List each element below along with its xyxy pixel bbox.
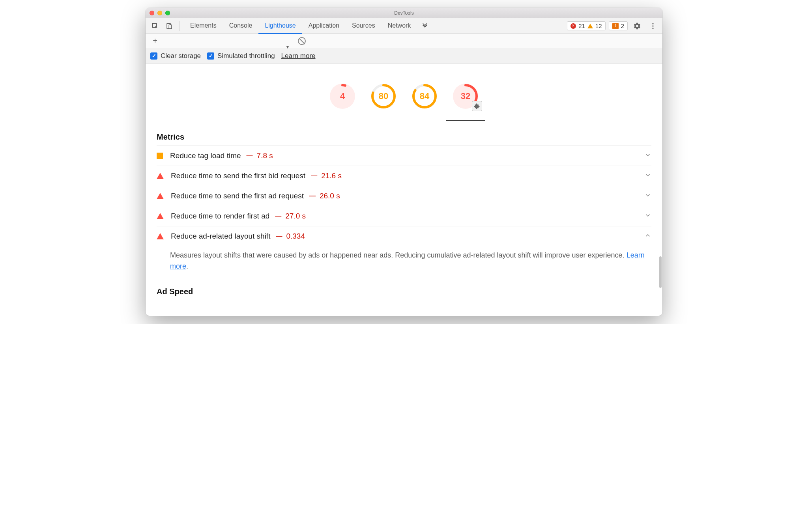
metric-label: Reduce time to send the first bid reques… xyxy=(171,172,305,180)
lighthouse-toolbar: + ▼ xyxy=(146,34,662,48)
metrics-section-title: Metrics xyxy=(157,133,651,142)
learn-more-link[interactable]: Learn more xyxy=(281,52,316,60)
clear-storage-label: Clear storage xyxy=(161,52,201,60)
metric-value: 21.6 s xyxy=(321,172,342,180)
error-count: 21 xyxy=(578,22,585,29)
tab-list: ElementsConsoleLighthouseApplicationSour… xyxy=(184,18,417,34)
scrollbar-thumb[interactable] xyxy=(659,256,662,288)
triangle-icon xyxy=(157,193,164,199)
tab-console[interactable]: Console xyxy=(223,18,259,34)
window-controls xyxy=(150,11,170,15)
triangle-icon xyxy=(157,233,164,239)
tab-elements[interactable]: Elements xyxy=(184,18,223,34)
score-value: 80 xyxy=(371,84,396,109)
divider xyxy=(180,21,180,31)
score-value: 4 xyxy=(330,84,355,109)
checkbox-checked-icon[interactable] xyxy=(150,52,157,60)
triangle-icon xyxy=(157,213,164,219)
zoom-window-button[interactable] xyxy=(165,11,170,15)
metric-label: Reduce ad-related layout shift xyxy=(171,232,270,241)
new-report-button[interactable]: + xyxy=(150,36,161,45)
chevron-down-icon xyxy=(644,172,651,180)
dropdown-caret-icon: ▼ xyxy=(285,44,290,50)
score-value: 84 xyxy=(412,84,437,109)
window-title: DevTools xyxy=(146,10,662,16)
close-window-button[interactable] xyxy=(150,11,154,15)
score-gauge[interactable]: 32 xyxy=(453,84,478,109)
issues-count: 2 xyxy=(621,22,624,29)
ad-speed-section-title: Ad Speed xyxy=(157,287,651,296)
chevron-down-icon xyxy=(644,212,651,220)
clear-icon[interactable] xyxy=(298,37,306,45)
square-icon xyxy=(157,153,163,159)
svg-point-4 xyxy=(652,25,653,26)
warning-icon xyxy=(587,24,593,28)
metric-row[interactable]: Reduce time to render first ad—27.0 s xyxy=(157,206,651,226)
titlebar: DevTools xyxy=(146,8,662,18)
metric-dash: — xyxy=(309,192,316,200)
more-tabs-icon[interactable] xyxy=(419,20,431,32)
device-toggle-icon[interactable] xyxy=(163,20,176,32)
kebab-menu-icon[interactable] xyxy=(647,20,659,32)
score-gauge[interactable]: 80 xyxy=(371,84,396,109)
minimize-window-button[interactable] xyxy=(157,11,162,15)
score-gauge[interactable]: 4 xyxy=(330,84,355,109)
settings-icon[interactable] xyxy=(631,20,643,32)
warning-count: 12 xyxy=(595,22,602,29)
clear-storage-option[interactable]: Clear storage xyxy=(150,52,201,60)
inspect-element-icon[interactable] xyxy=(149,20,161,32)
metric-value: 26.0 s xyxy=(320,192,340,200)
svg-rect-2 xyxy=(169,25,172,29)
chevron-down-icon xyxy=(644,151,651,160)
metric-value: 7.8 s xyxy=(257,151,273,160)
metrics-list: Reduce tag load time—7.8 sReduce time to… xyxy=(157,146,651,274)
error-icon xyxy=(570,23,576,29)
svg-point-5 xyxy=(652,28,653,29)
issues-counter[interactable]: 2 xyxy=(609,21,628,30)
metric-row[interactable]: Reduce time to send the first ad request… xyxy=(157,186,651,206)
score-gauges: 4808432 xyxy=(146,64,662,121)
metric-value: 27.0 s xyxy=(285,212,306,220)
report-content: Metrics Reduce tag load time—7.8 sReduce… xyxy=(146,121,662,316)
lighthouse-options: Clear storage Simulated throttling Learn… xyxy=(146,48,662,64)
metric-dash: — xyxy=(275,213,281,220)
plugin-icon xyxy=(472,101,482,111)
metric-dash: — xyxy=(276,233,282,240)
metric-description: Measures layout shifts that were caused … xyxy=(157,246,651,274)
metric-dash: — xyxy=(247,152,253,159)
tab-application[interactable]: Application xyxy=(302,18,346,34)
tab-network[interactable]: Network xyxy=(382,18,417,34)
metric-row[interactable]: Reduce tag load time—7.8 s xyxy=(157,146,651,166)
devtools-window: DevTools ElementsConsoleLighthouseApplic… xyxy=(146,8,662,316)
metric-row[interactable]: Reduce time to send the first bid reques… xyxy=(157,166,651,186)
tab-sources[interactable]: Sources xyxy=(346,18,382,34)
tab-lighthouse[interactable]: Lighthouse xyxy=(258,18,302,34)
metric-row[interactable]: Reduce ad-related layout shift—0.334 xyxy=(157,226,651,246)
metric-label: Reduce time to send the first ad request xyxy=(171,192,304,200)
simulated-throttling-label: Simulated throttling xyxy=(217,52,275,60)
triangle-icon xyxy=(157,173,164,179)
error-warning-counter[interactable]: 21 12 xyxy=(567,21,605,30)
panel-tabs-bar: ElementsConsoleLighthouseApplicationSour… xyxy=(146,18,662,34)
chevron-down-icon xyxy=(644,192,651,200)
metric-label: Reduce time to render first ad xyxy=(171,212,269,220)
score-gauge[interactable]: 84 xyxy=(412,84,437,109)
svg-point-3 xyxy=(652,23,653,24)
metric-label: Reduce tag load time xyxy=(170,151,241,160)
metric-dash: — xyxy=(311,172,317,179)
simulated-throttling-option[interactable]: Simulated throttling xyxy=(207,52,275,60)
issues-icon xyxy=(612,23,619,29)
metric-value: 0.334 xyxy=(286,232,305,241)
toolbar-right: 21 12 2 xyxy=(567,20,659,32)
chevron-up-icon xyxy=(644,232,651,241)
checkbox-checked-icon[interactable] xyxy=(207,52,214,60)
